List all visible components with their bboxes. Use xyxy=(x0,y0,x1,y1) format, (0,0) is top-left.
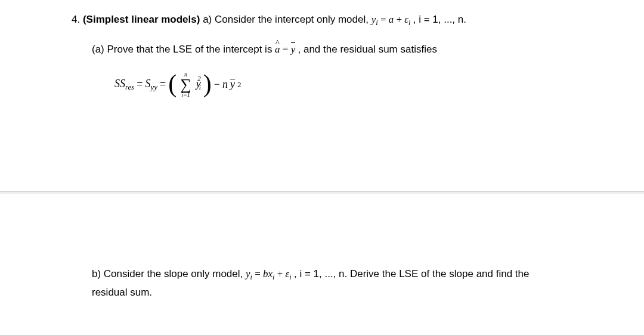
problem-number: 4. xyxy=(72,14,80,25)
eq-sq2: 2 xyxy=(237,80,241,90)
equation-ssres: SSres = Syy = ( n ∑ i=1 2 y i ) − ny2 xyxy=(114,72,578,97)
eq-n: n xyxy=(222,78,228,91)
part-a-tail: , and the residual sum satisfies xyxy=(298,44,437,55)
eq-syy: Syy xyxy=(145,78,158,93)
pb-b: b xyxy=(263,268,268,279)
intro-eq: yi = a + εi xyxy=(371,14,413,25)
problem-title: (Simplest linear models) xyxy=(83,14,200,25)
sigma-symbol: ∑ xyxy=(180,78,191,91)
eq-ss: SSres xyxy=(114,78,134,93)
part-b-mid: , i = 1, ..., n. Derive the LSE of the s… xyxy=(294,268,530,279)
eq-sub-i1: i xyxy=(376,19,377,27)
a-equals: = xyxy=(280,44,291,55)
eq-ybar: y xyxy=(230,78,235,91)
part-b-eq: yi = bxi + εi xyxy=(246,268,294,279)
eq-equals: = xyxy=(378,14,389,25)
pb-eq: = xyxy=(252,268,263,279)
yi-squared: 2 y i xyxy=(196,76,201,91)
pb-plus: + xyxy=(274,268,285,279)
part-a: (a) Prove that the LSE of the intercept … xyxy=(92,42,578,57)
pb-y: y xyxy=(246,268,250,279)
intro-tail2: , i = 1, ..., n. xyxy=(413,14,466,25)
page-divider xyxy=(0,191,644,194)
y-bar: y xyxy=(291,42,296,57)
pb-i1: i xyxy=(250,273,252,281)
part-a-eq: a = y xyxy=(275,44,298,55)
intro-text-a: a) Consider the intercept only model, xyxy=(203,14,371,25)
pb-i2: i xyxy=(273,273,274,281)
part-b-label: b) Consider the slope only model, xyxy=(92,268,246,279)
eq-a: a xyxy=(389,14,394,25)
a-hat: a xyxy=(275,42,280,57)
ss-res-sub: res xyxy=(125,82,134,91)
sigma-bot: i=1 xyxy=(181,92,190,98)
part-a-label: (a) Prove that the LSE of the intercept … xyxy=(92,44,275,55)
yi-i: i xyxy=(199,85,201,90)
pb-i3: i xyxy=(289,273,291,281)
ss-text: SS xyxy=(114,78,125,90)
s-text: S xyxy=(145,78,151,90)
eq-minus: − xyxy=(214,78,220,91)
eq-equals2: = xyxy=(160,78,166,91)
problem-intro: 4. (Simplest linear models) a) Consider … xyxy=(72,12,578,29)
eq-equals1: = xyxy=(137,78,143,91)
eq-plus: + xyxy=(394,14,404,25)
part-b: b) Consider the slope only model, yi = b… xyxy=(92,265,578,302)
part-b-line2: residual sum. xyxy=(92,287,152,298)
eq-sub-i2: i xyxy=(408,19,410,27)
pb-x: x xyxy=(268,268,273,279)
yy-sub: yy xyxy=(151,82,158,91)
sigma-group: n ∑ i=1 xyxy=(180,72,191,97)
